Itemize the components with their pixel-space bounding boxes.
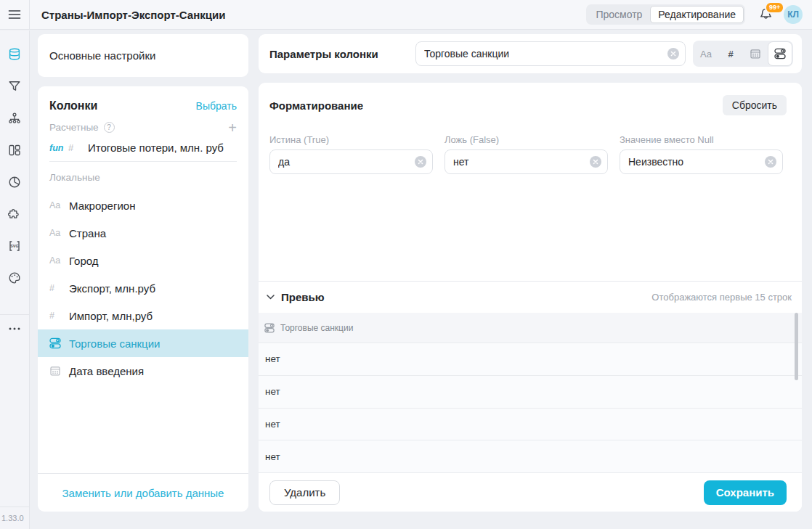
function-icon: fun [49,143,68,153]
reset-button[interactable]: Сбросить [723,95,787,115]
column-item[interactable]: Дата введения [38,357,248,385]
string-type-icon: Aa [49,228,62,238]
number-type-icon: # [49,283,62,293]
null-value-field: Значение вместо Null [620,134,783,174]
plugins-nav-button[interactable] [0,198,29,230]
help-icon[interactable]: ? [104,122,115,133]
delete-button[interactable]: Удалить [269,480,340,505]
table-row: нет [259,343,802,376]
palette-nav-button[interactable] [0,262,29,294]
column-item[interactable]: Aa Страна [38,219,248,247]
formatting-title: Форматирование [269,99,363,112]
true-value-input[interactable] [269,149,433,174]
ellipsis-icon [9,327,20,330]
column-name-input[interactable] [415,41,686,66]
palette-icon [8,271,21,284]
column-item-selected[interactable]: Торговые санкции [38,329,248,357]
calendar-icon [750,48,761,60]
preview-rows-note: Отображаются первые 15 строк [651,292,792,303]
layout-nav-button[interactable] [0,134,29,166]
boolean-type-icon [264,323,275,333]
main-settings-card[interactable]: Основные настройки [38,34,248,77]
chart-nav-button[interactable] [0,166,29,198]
number-type-icon: # [68,142,81,153]
topbar: Страны-Импорт-Экспорт-Санкции Просмотр Р… [0,0,812,30]
false-value-field: Ложь (False) [444,134,608,174]
app-version: 1.33.0 [0,507,29,529]
columns-title: Колонки [49,99,97,112]
type-boolean-button[interactable] [768,41,792,66]
clear-icon[interactable] [590,156,601,168]
string-type-icon: Aa [49,255,62,266]
main-panel: Параметры колонки Aa # [259,34,802,512]
hierarchy-nav-button[interactable] [0,102,29,134]
topbar-actions: Просмотр Редактирование 99+ КЛ [586,4,812,25]
calendar-icon [49,365,62,377]
table-row: нет [259,409,802,441]
layout-icon [8,144,21,157]
column-params-card: Параметры колонки Aa # [259,34,802,73]
editor-footer: Удалить Сохранить [259,473,802,512]
main-settings-label: Основные настройки [49,49,155,62]
true-value-field: Истина (True) [269,134,433,174]
type-number-button[interactable]: # [718,41,743,66]
page-title: Страны-Импорт-Экспорт-Санкции [41,9,225,21]
table-row: нет [259,440,802,473]
clear-icon[interactable] [765,156,776,168]
filter-icon [8,80,21,93]
notification-badge: 99+ [765,1,784,14]
mode-edit-button[interactable]: Редактирование [650,6,744,23]
puzzle-icon [8,208,21,221]
formatting-section: Форматирование Сбросить Истина (True) [259,83,802,281]
column-editor-card: Форматирование Сбросить Истина (True) [259,83,802,512]
svg-text:SVG: SVG [10,244,19,248]
column-item[interactable]: Aa Город [38,247,248,274]
preview-header: Превью Отображаются первые 15 строк [259,282,802,313]
icon-rail: SVG 1.33.0 [0,30,30,529]
replace-data-link[interactable]: Заменить или добавить данные [62,487,224,499]
clear-icon[interactable] [667,48,679,60]
mode-switch: Просмотр Редактирование [586,4,745,25]
dataset-nav-button[interactable] [0,38,29,70]
svg-icon: SVG [8,239,21,253]
preview-scrollbar[interactable] [795,313,798,380]
type-date-button[interactable] [743,41,768,66]
notifications-button[interactable]: 99+ [759,7,773,22]
type-string-button[interactable]: Aa [694,41,718,66]
hamburger-menu-button[interactable] [0,0,30,29]
more-nav-button[interactable] [0,315,29,343]
column-item-calculated[interactable]: fun # Итоговые потери, млн. руб [38,133,248,161]
filter-nav-button[interactable] [0,70,29,102]
preview-column-header: Торговые санкции [259,313,802,343]
local-section-label: Локальные [38,162,248,192]
hamburger-icon [8,8,21,21]
clear-icon[interactable] [415,156,426,168]
hierarchy-icon [8,112,21,125]
column-params-title: Параметры колонки [269,48,415,60]
select-columns-link[interactable]: Выбрать [196,100,237,112]
column-item[interactable]: Aa Макрорегион [38,192,248,219]
left-panel: Основные настройки Колонки Выбрать Расче… [38,34,248,512]
content-area: Основные настройки Колонки Выбрать Расче… [30,30,812,529]
database-icon [8,48,21,61]
column-item[interactable]: # Импорт, млн,руб [38,302,248,329]
number-type-icon: # [49,311,62,321]
avatar[interactable]: КЛ [784,5,803,24]
false-value-input[interactable] [444,149,608,174]
save-button[interactable]: Сохранить [704,480,787,505]
null-value-input[interactable] [620,149,783,174]
add-calculated-column-button[interactable]: + [228,123,237,133]
calculated-section-label: Расчетные [49,122,99,133]
table-row: нет [259,376,802,409]
boolean-type-icon [49,337,62,349]
svg-editor-nav-button[interactable]: SVG [0,230,29,262]
column-type-switch: Aa # [693,41,793,67]
panel-footer: Заменить или добавить данные [38,473,248,512]
pie-chart-icon [8,176,21,189]
string-type-icon: Aa [49,200,62,210]
chevron-down-icon[interactable] [267,295,275,300]
preview-title: Превью [281,291,325,303]
mode-view-button[interactable]: Просмотр [588,6,650,23]
columns-card: Колонки Выбрать Расчетные ? + fun # Итог… [38,86,248,512]
column-item[interactable]: # Экспорт, млн.руб [38,274,248,302]
